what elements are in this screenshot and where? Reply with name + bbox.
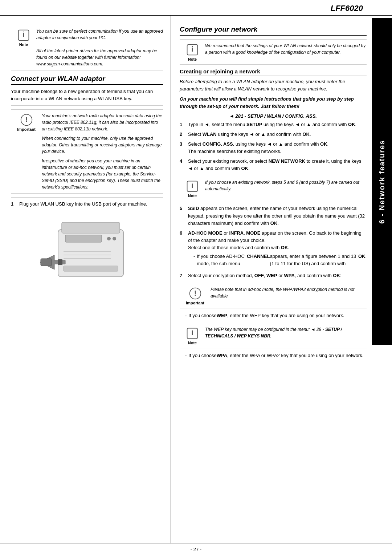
important-label-2: Important xyxy=(186,301,204,305)
svg-text:i: i xyxy=(191,45,193,53)
important-icon-area-2: ! Important xyxy=(180,286,211,305)
svg-text:!: ! xyxy=(25,116,28,124)
bold-instruction: On your machine you will find simple ins… xyxy=(180,96,367,110)
note-text-3: If you choose an existing network, steps… xyxy=(205,179,367,192)
step-right-6: 6 AD-HOC MODE or INFRA. MODE appear on t… xyxy=(180,230,367,270)
step-left-1: 1 Plug your WLAN USB key into the USB po… xyxy=(11,200,163,208)
note-label-2: Note xyxy=(188,57,197,61)
divider-2 xyxy=(11,197,163,198)
important-label-1: Important xyxy=(17,127,36,131)
step-list-right-1: 1 Type in ◄, select the menu SETUP using… xyxy=(180,121,367,173)
important-text-2: Please note that in ad-hoc mode, the WPA… xyxy=(211,286,367,299)
svg-rect-6 xyxy=(64,266,118,271)
page-header: LFF6020 xyxy=(0,0,392,16)
svg-text:i: i xyxy=(191,329,193,337)
wep-item: If you choose WEP, enter the WEP key tha… xyxy=(185,312,367,319)
intro-italic: Before attempting to use a WLAN adaptor … xyxy=(180,78,367,93)
note-box-1: i Note You can be sure of perfect commun… xyxy=(11,25,163,70)
step6-sublist: If you choose AD-HOC mode, the sub-menu … xyxy=(188,253,367,267)
printer-image-area xyxy=(11,215,163,295)
note-label-1: Note xyxy=(19,42,28,47)
note-icon-1: i xyxy=(17,29,30,42)
svg-text:!: ! xyxy=(194,289,196,297)
svg-rect-14 xyxy=(41,259,52,266)
page-title: LFF6020 xyxy=(331,4,363,13)
note-text-2: We recommend that the settings of your W… xyxy=(205,42,367,56)
note-icon-area-1: i Note xyxy=(11,28,36,47)
svg-rect-15 xyxy=(58,259,62,265)
section1-heading: Connect your WLAN adaptor xyxy=(11,75,163,85)
step-list-right-2: 5 SSID appears on the screen, enter the … xyxy=(180,205,367,279)
note-text-1: You can be sure of perfect communication… xyxy=(36,28,163,67)
wpa-sublist: If you choose WPA, enter the WPA or WPA2… xyxy=(180,352,367,359)
page-number: - 27 - xyxy=(191,547,201,552)
step-right-1: 1 Type in ◄, select the menu SETUP using… xyxy=(180,121,367,128)
note-box-4: i Note The WEP key number may be configu… xyxy=(180,323,367,348)
note-icon-2: i xyxy=(186,43,199,56)
svg-rect-7 xyxy=(65,235,102,242)
page-container: LFF6020 6 - Network features i Note You … xyxy=(0,0,392,555)
note-text-4: The WEP key number may be configured in … xyxy=(205,326,367,339)
note-box-3: i Note If you choose an existing network… xyxy=(180,176,367,201)
note-icon-3: i xyxy=(186,180,199,193)
svg-point-8 xyxy=(107,237,111,240)
important-icon-2: ! xyxy=(189,287,202,300)
wep-sublist: If you choose WEP, enter the WEP key tha… xyxy=(180,312,367,319)
important-icon-1: ! xyxy=(20,113,33,126)
step-right-4: 4 Select your existing network, or selec… xyxy=(180,158,367,172)
important-icon-area-1: ! Important xyxy=(11,113,42,131)
step-right-2: 2 Select WLAN using the keys ◄ or ▲ and … xyxy=(180,131,367,138)
page-footer: - 27 - xyxy=(0,543,392,555)
main-content: i Note You can be sure of perfect commun… xyxy=(0,16,392,543)
svg-text:i: i xyxy=(191,182,193,190)
step-list-left: 1 Plug your WLAN USB key into the USB po… xyxy=(11,200,163,208)
printer-illustration xyxy=(36,215,138,295)
step-right-5: 5 SSID appears on the screen, enter the … xyxy=(180,205,367,227)
note-icon-area-2: i Note xyxy=(180,42,205,61)
svg-text:i: i xyxy=(23,31,25,39)
divider-1 xyxy=(11,105,163,106)
svg-rect-5 xyxy=(62,222,120,233)
svg-point-9 xyxy=(113,237,116,240)
note-box-2: i Note We recommend that the settings of… xyxy=(180,39,367,65)
section1-body: Your machine belongs to a new generation… xyxy=(11,88,163,102)
note-label-4: Note xyxy=(188,341,197,345)
command-line: ◄ 281 - SETUP / WLAN / CONFIG. ASS. xyxy=(180,113,367,119)
important-box-2: ! Important Please note that in ad-hoc m… xyxy=(180,283,367,308)
step-right-7: 7 Select your encryption method, OFF, WE… xyxy=(180,272,367,279)
note-label-3: Note xyxy=(188,194,197,198)
right-column: Configure your network i Note We recomme… xyxy=(171,16,392,543)
wpa-item: If you choose WPA, enter the WPA or WPA2… xyxy=(185,352,367,359)
note-icon-area-3: i Note xyxy=(180,179,205,198)
subsection1-heading: Creating or rejoining a network xyxy=(180,68,367,76)
left-column: i Note You can be sure of perfect commun… xyxy=(0,16,171,543)
side-label: 6 - Network features xyxy=(372,18,392,345)
important-text-1: Your machine's network radio adaptor tra… xyxy=(42,113,163,190)
step-right-3: 3 Select CONFIG. ASS. using the keys ◄ o… xyxy=(180,141,367,155)
important-box-1: ! Important Your machine's network radio… xyxy=(11,109,163,194)
step6-sub-1: If you choose AD-HOC mode, the sub-menu … xyxy=(193,253,367,267)
note-icon-4: i xyxy=(186,327,199,340)
section2-heading: Configure your network xyxy=(180,25,367,36)
note-icon-area-4: i Note xyxy=(180,326,205,345)
